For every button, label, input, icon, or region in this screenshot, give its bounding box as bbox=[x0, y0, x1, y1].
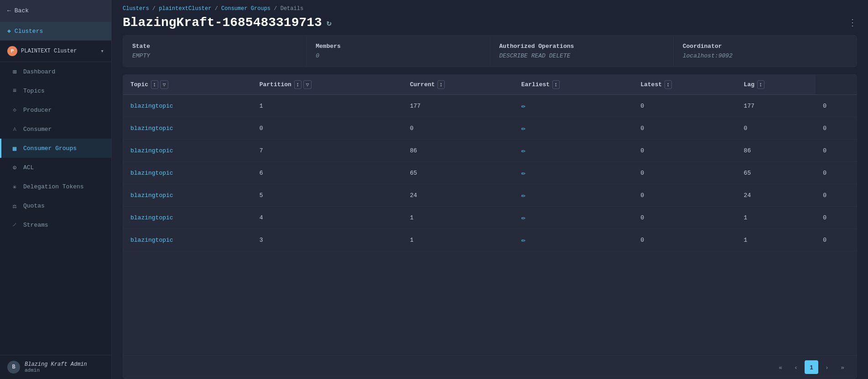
topic-link-5[interactable]: blazingtopic bbox=[123, 207, 252, 229]
info-card-value-0: EMPTY bbox=[132, 52, 297, 59]
edit-cell-3[interactable]: ✏ bbox=[514, 162, 634, 184]
filter-icon-topic[interactable]: ▽ bbox=[160, 80, 169, 89]
edit-cell-1[interactable]: ✏ bbox=[514, 117, 634, 140]
earliest-cell-0: 0 bbox=[633, 95, 736, 117]
info-card-0: State EMPTY bbox=[123, 36, 307, 67]
edit-icon-5[interactable]: ✏ bbox=[521, 214, 526, 222]
edit-icon-2[interactable]: ✏ bbox=[521, 147, 526, 155]
partition-cell-3: 6 bbox=[252, 162, 403, 184]
breadcrumb-sep1: / bbox=[152, 5, 159, 12]
sidebar-item-dashboard[interactable]: ⊞ Dashboard bbox=[0, 62, 111, 81]
latest-cell-5: 1 bbox=[737, 207, 816, 229]
edit-icon-1[interactable]: ✏ bbox=[521, 125, 526, 133]
current-cell-5: 1 bbox=[403, 207, 514, 229]
col-label-lag: Lag bbox=[744, 81, 754, 88]
topic-link-0[interactable]: blazingtopic bbox=[123, 95, 252, 117]
edit-icon-6[interactable]: ✏ bbox=[521, 236, 526, 244]
info-card-label-3: Coordinator bbox=[683, 43, 847, 50]
cluster-selector[interactable]: P PLAINTEXT Cluster ▾ bbox=[0, 41, 111, 62]
topic-link-1[interactable]: blazingtopic bbox=[123, 117, 252, 140]
sidebar-item-streams[interactable]: ⟋ Streams bbox=[0, 215, 111, 234]
info-card-label-1: Members bbox=[316, 43, 480, 50]
info-card-2: Authorized Operations DESCRIBE READ DELE… bbox=[490, 36, 674, 67]
pagination-next[interactable]: › bbox=[820, 360, 834, 374]
edit-cell-4[interactable]: ✏ bbox=[514, 184, 634, 207]
pagination-first[interactable]: « bbox=[774, 360, 787, 374]
sidebar-item-consumer-groups[interactable]: ▦ Consumer Groups bbox=[0, 139, 111, 158]
topic-link-3[interactable]: blazingtopic bbox=[123, 162, 252, 184]
table-scroll-area[interactable]: Topic↕▽Partition↕▽Current↕Earliest↕Lates… bbox=[123, 75, 857, 355]
topic-link-2[interactable]: blazingtopic bbox=[123, 140, 252, 162]
breadcrumb-cluster-name[interactable]: plaintextCluster bbox=[159, 5, 211, 12]
data-table-container: Topic↕▽Partition↕▽Current↕Earliest↕Lates… bbox=[123, 74, 857, 379]
topic-link-4[interactable]: blazingtopic bbox=[123, 184, 252, 207]
pagination-prev[interactable]: ‹ bbox=[789, 360, 803, 374]
sidebar-item-producer[interactable]: ⟐ Producer bbox=[0, 100, 111, 119]
earliest-cell-1: 0 bbox=[633, 117, 736, 140]
sidebar-item-acl[interactable]: ⊙ ACL bbox=[0, 158, 111, 177]
sort-icon-earliest[interactable]: ↕ bbox=[552, 80, 560, 89]
sidebar-item-quotas[interactable]: ⚖ Quotas bbox=[0, 196, 111, 215]
info-card-1: Members 0 bbox=[307, 36, 490, 67]
lag-cell-4: 0 bbox=[816, 184, 857, 207]
current-cell-2: 86 bbox=[403, 140, 514, 162]
table-row: blazingtopic1177✏01770 bbox=[123, 95, 857, 117]
refresh-icon[interactable]: ↻ bbox=[327, 18, 332, 28]
earliest-cell-3: 0 bbox=[633, 162, 736, 184]
partition-cell-0: 1 bbox=[252, 95, 403, 117]
sidebar-item-label: ACL bbox=[23, 164, 34, 171]
pagination-last[interactable]: » bbox=[836, 360, 849, 374]
topics-icon: ≡ bbox=[10, 87, 19, 95]
partition-cell-2: 7 bbox=[252, 140, 403, 162]
th-earliest: Earliest↕ bbox=[514, 75, 634, 95]
lag-cell-1: 0 bbox=[816, 117, 857, 140]
clusters-icon: ❖ bbox=[7, 27, 11, 35]
table-body: blazingtopic1177✏01770blazingtopic00✏000… bbox=[123, 95, 857, 251]
th-partition: Partition↕▽ bbox=[252, 75, 403, 95]
sort-icon-partition[interactable]: ↕ bbox=[294, 80, 301, 89]
sidebar-item-label: Producer bbox=[23, 107, 52, 114]
sort-icon-current[interactable]: ↕ bbox=[437, 80, 445, 89]
back-button[interactable]: ← Back bbox=[0, 0, 111, 22]
earliest-cell-5: 0 bbox=[633, 207, 736, 229]
breadcrumb-consumer-groups[interactable]: Consumer Groups bbox=[221, 5, 270, 12]
sidebar-footer: B Blazing Kraft Admin admin bbox=[0, 355, 111, 379]
sidebar-item-label: Topics bbox=[23, 88, 45, 94]
current-cell-6: 1 bbox=[403, 229, 514, 251]
info-cards: State EMPTY Members 0 Authorized Operati… bbox=[123, 35, 857, 67]
sidebar-item-topics[interactable]: ≡ Topics bbox=[0, 81, 111, 100]
latest-cell-2: 86 bbox=[737, 140, 816, 162]
edit-cell-6[interactable]: ✏ bbox=[514, 229, 634, 251]
current-cell-1: 0 bbox=[403, 117, 514, 140]
edit-icon-0[interactable]: ✏ bbox=[521, 102, 526, 110]
current-cell-4: 24 bbox=[403, 184, 514, 207]
breadcrumb-clusters[interactable]: Clusters bbox=[123, 5, 149, 12]
sort-icon-latest[interactable]: ↕ bbox=[665, 80, 672, 89]
current-cell-0: 177 bbox=[403, 95, 514, 117]
clusters-button[interactable]: ❖ Clusters bbox=[0, 22, 111, 41]
sidebar-item-label: Delegation Tokens bbox=[23, 183, 84, 190]
page-title-text: BlazingKraft-1685483319713 bbox=[123, 16, 322, 30]
edit-cell-2[interactable]: ✏ bbox=[514, 140, 634, 162]
more-options-icon[interactable]: ⋮ bbox=[848, 17, 857, 28]
topic-link-6[interactable]: blazingtopic bbox=[123, 229, 252, 251]
sort-icon-topic[interactable]: ↕ bbox=[151, 80, 158, 89]
edit-cell-5[interactable]: ✏ bbox=[514, 207, 634, 229]
dashboard-icon: ⊞ bbox=[10, 67, 19, 76]
filter-icon-partition[interactable]: ▽ bbox=[303, 80, 312, 89]
producer-icon: ⟐ bbox=[10, 106, 19, 114]
th-topic: Topic↕▽ bbox=[123, 75, 252, 95]
table-row: blazingtopic786✏0860 bbox=[123, 140, 857, 162]
edit-cell-0[interactable]: ✏ bbox=[514, 95, 634, 117]
col-label-latest: Latest bbox=[640, 81, 662, 88]
partition-cell-5: 4 bbox=[252, 207, 403, 229]
edit-icon-4[interactable]: ✏ bbox=[521, 192, 526, 200]
edit-icon-3[interactable]: ✏ bbox=[521, 169, 526, 177]
sidebar-item-delegation-tokens[interactable]: ✳ Delegation Tokens bbox=[0, 177, 111, 196]
sidebar-item-consumer[interactable]: ⟑ Consumer bbox=[0, 119, 111, 139]
sidebar-item-label: Dashboard bbox=[23, 68, 55, 75]
consumer-group-table: Topic↕▽Partition↕▽Current↕Earliest↕Lates… bbox=[123, 75, 857, 251]
sort-icon-lag[interactable]: ↕ bbox=[757, 80, 764, 89]
streams-icon: ⟋ bbox=[10, 221, 19, 229]
pagination-current[interactable]: 1 bbox=[805, 360, 818, 374]
